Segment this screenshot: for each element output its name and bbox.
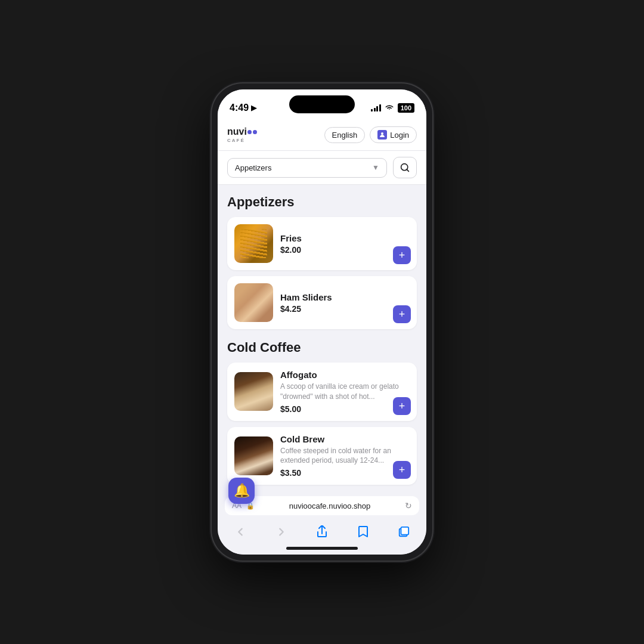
- affogato-price: $5.00: [280, 404, 410, 414]
- sliders-details: Ham Sliders $4.25: [280, 292, 410, 314]
- svg-rect-4: [401, 527, 408, 535]
- category-dropdown[interactable]: Appetizers ▼: [227, 158, 387, 178]
- menu-item-cold-brew: Cold Brew Coffee steeped in cold water f…: [227, 427, 417, 485]
- sliders-add-button[interactable]: +: [393, 305, 411, 323]
- sliders-name: Ham Sliders: [280, 292, 410, 302]
- fries-price: $2.00: [280, 245, 410, 255]
- menu-content: Appetizers Fries $2.00 + Ham Sliders $4.: [218, 185, 426, 493]
- coldbrew-details: Cold Brew Coffee steeped in cold water f…: [280, 434, 410, 478]
- notification-bell-button[interactable]: 🔔: [228, 478, 255, 493]
- login-label: Login: [390, 131, 409, 140]
- battery-level: 100: [401, 104, 411, 112]
- brand-nuvioo: nuvi: [227, 126, 247, 137]
- svg-point-0: [381, 132, 383, 135]
- home-indicator: [286, 547, 358, 550]
- brand-name-text: nuvi: [227, 126, 257, 137]
- status-time: 4:49 ▶: [230, 103, 256, 113]
- search-button[interactable]: [393, 157, 417, 178]
- login-button[interactable]: Login: [370, 126, 417, 143]
- browser-content[interactable]: nuvi CAFÉ English: [218, 119, 426, 493]
- affogato-description: A scoop of vanilla ice cream or gelato "…: [280, 382, 410, 402]
- bell-icon: 🔔: [234, 483, 250, 493]
- appetizers-section-title: Appetizers: [227, 194, 417, 210]
- url-text[interactable]: nuvioocafe.nuvioo.shop: [259, 501, 400, 510]
- menu-item-affogato: Affogato A scoop of vanilla ice cream or…: [227, 363, 417, 421]
- dynamic-island: [289, 95, 355, 113]
- app-header: nuvi CAFÉ English: [218, 119, 426, 151]
- coldbrew-image: [234, 436, 273, 475]
- dot-purple-1: [247, 130, 252, 134]
- search-icon: [400, 163, 410, 172]
- coldbrew-add-button[interactable]: +: [393, 461, 411, 479]
- forward-button[interactable]: [271, 521, 292, 543]
- login-icon: [377, 130, 387, 140]
- chevron-down-icon: ▼: [372, 163, 379, 172]
- phone-shell: 4:49 ▶ 100: [212, 83, 432, 561]
- language-button[interactable]: English: [324, 127, 366, 143]
- url-bar[interactable]: AA 🔒 nuvioocafe.nuvioo.shop ↻: [225, 496, 419, 515]
- share-button[interactable]: [311, 521, 333, 543]
- header-actions: English Login: [324, 126, 417, 143]
- dot-purple-2: [253, 130, 257, 134]
- fries-name: Fries: [280, 233, 410, 243]
- brand-subtitle: CAFÉ: [227, 138, 257, 143]
- sliders-price: $4.25: [280, 304, 410, 314]
- affogato-name: Affogato: [280, 370, 410, 380]
- menu-item-fries: Fries $2.00 +: [227, 217, 417, 270]
- fries-add-button[interactable]: +: [393, 246, 411, 264]
- affogato-add-button[interactable]: +: [393, 397, 411, 415]
- sliders-image: [234, 283, 273, 322]
- wifi-icon: [385, 104, 394, 113]
- back-button[interactable]: [230, 521, 251, 543]
- coldbrew-name: Cold Brew: [280, 434, 410, 444]
- battery-icon: 100: [398, 103, 414, 113]
- category-bar: Appetizers ▼: [218, 151, 426, 185]
- svg-line-2: [407, 169, 408, 171]
- coldbrew-price: $3.50: [280, 468, 410, 478]
- tabs-button[interactable]: [393, 521, 414, 543]
- menu-item-ham-sliders: Ham Sliders $4.25 +: [227, 276, 417, 329]
- status-bar: 4:49 ▶ 100: [218, 89, 426, 119]
- status-icons: 100: [371, 103, 414, 113]
- fries-details: Fries $2.00: [280, 233, 410, 255]
- reload-icon[interactable]: ↻: [405, 501, 412, 510]
- fries-image: [234, 224, 273, 263]
- phone-screen: 4:49 ▶ 100: [218, 89, 426, 555]
- location-arrow-icon: ▶: [251, 104, 256, 112]
- affogato-image: [234, 372, 273, 411]
- time-display: 4:49: [230, 103, 249, 113]
- brand-dots: [247, 130, 257, 134]
- affogato-details: Affogato A scoop of vanilla ice cream or…: [280, 370, 410, 414]
- cold-coffee-section-title: Cold Coffee: [227, 340, 417, 355]
- signal-icon: [371, 104, 381, 112]
- brand-logo: nuvi CAFÉ: [227, 126, 257, 143]
- coldbrew-description: Coffee steeped in cold water for an exte…: [280, 446, 410, 466]
- bookmarks-button[interactable]: [352, 521, 374, 543]
- category-label: Appetizers: [235, 163, 271, 172]
